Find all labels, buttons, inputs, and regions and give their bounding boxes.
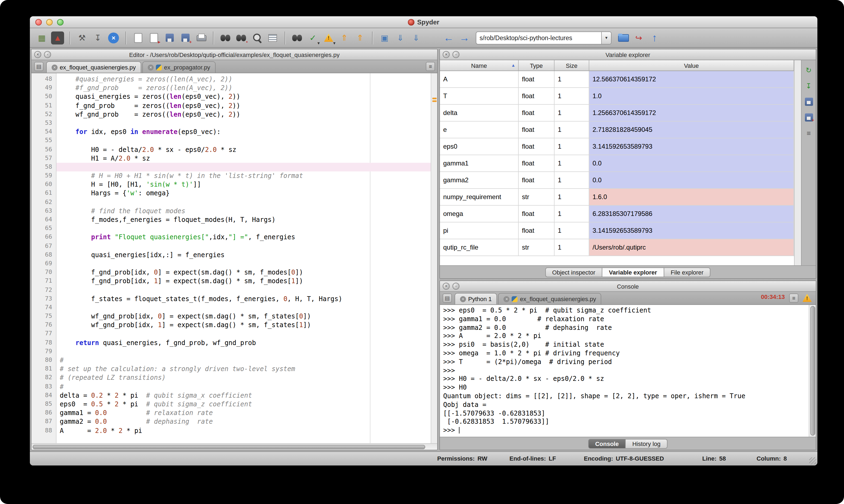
variable-row-pi[interactable]: pifloat13.141592653589793 [440,222,794,239]
line-number: 78 [32,338,52,347]
code-analysis-icon[interactable]: ✓▼ [306,31,320,44]
editor-scrollbar[interactable] [431,73,437,443]
todo-list-icon[interactable]: ▼ [322,31,335,44]
scrollbar-thumb[interactable] [33,445,425,449]
tab-close-icon[interactable]: × [52,64,57,70]
editor-tab-ex-floquet-quasienergies-py[interactable]: ×ex_floquet_quasienergies.py [46,61,141,73]
save-icon[interactable] [163,31,176,44]
line-number: 69 [32,259,52,268]
goto-line-icon[interactable] [266,31,279,44]
icon-badge: ▸ [158,39,160,44]
tab-variable-explorer[interactable]: Variable explorer [602,267,664,277]
column-header-size[interactable]: Size [554,60,589,71]
save-all-icon[interactable]: + [179,31,192,44]
console-file-switcher-icon[interactable]: ▤ [443,293,452,303]
variable-row-e[interactable]: efloat12.718281828459045 [440,122,794,138]
variable-explorer-undock-icon[interactable]: ◦ [452,51,460,58]
variable-save-as-icon[interactable]: + [803,112,814,123]
console-undock-icon[interactable]: ◦ [452,283,460,290]
find-icon[interactable] [219,31,232,44]
console-tab-python-1[interactable]: ×Python 1 [454,293,497,304]
variable-save-icon[interactable] [803,96,814,107]
search-text-icon[interactable] [251,31,263,44]
variable-row-gamma1[interactable]: gamma1float10.0 [440,155,794,172]
run-selection-icon[interactable]: ⇑ [354,31,367,44]
code-line-77 [56,329,431,338]
tab-close-icon[interactable]: × [460,296,466,302]
variable-refresh-icon[interactable]: ↻ [803,65,814,75]
minimize-window-button[interactable] [46,19,53,25]
editor-close-pane-icon[interactable]: × [34,51,41,58]
tab-label: ex_propagator.py [164,64,210,71]
back-icon[interactable]: ← [442,31,455,44]
tab-close-icon[interactable]: × [148,64,154,70]
editor-tab-list-icon[interactable]: ≡ [426,62,435,71]
variable-explorer-pane: × ◦ Variable explorer Name▲TypeSizeValue… [440,49,816,279]
preferences-icon[interactable]: × [108,32,119,43]
variable-row-qutip-rc-file[interactable]: qutip_rc_filestr1/Users/rob/.qutiprc [440,239,794,256]
variable-row-numpy-requirement[interactable]: numpy_requirementstr11.6.0 [440,189,794,205]
editor-tab-ex-propagator-py[interactable]: ×ex_propagator.py [142,61,216,73]
console-close-pane-icon[interactable]: × [443,283,450,290]
console-output[interactable]: >>> eps0 = 0.5 * 2 * pi # qubit sigma_z … [440,305,809,437]
forward-icon[interactable]: → [458,31,471,44]
window-layout-icon[interactable]: ▦ [35,31,48,44]
column-header-name[interactable]: Name▲ [440,60,519,71]
new-console-icon[interactable]: ▣ [378,31,391,44]
tab-close-icon[interactable]: × [504,296,510,302]
variable-row-eps0[interactable]: eps0float13.141592653589793 [440,138,794,155]
console-tab-list-icon[interactable]: ≡ [789,293,798,303]
column-header-type[interactable]: Type [519,60,554,71]
open-file-icon[interactable]: ▸ [147,31,160,44]
set-console-directory-icon[interactable]: ↪ [632,31,645,44]
scrollbar-thumb[interactable] [810,306,815,436]
tools-icon[interactable]: ⚒ [75,31,88,44]
editor-code-area[interactable]: #quasi_energies = zeros((len(A_vec), 2))… [56,73,431,443]
titlebar[interactable]: Spyder [30,16,817,28]
editor-horizontal-scrollbar[interactable] [32,443,437,450]
variable-options-icon[interactable]: ≡ [803,127,814,138]
run-icon[interactable]: ⇑ [338,31,351,44]
code-line-86: gamma1 = 0.0 # relaxation rate [56,409,431,417]
import-data-icon[interactable]: ↧ [91,31,104,44]
tab-history-log[interactable]: History log [626,439,668,448]
editor-undock-icon[interactable]: ◦ [44,51,51,58]
editor-file-switcher-icon[interactable]: ▤ [34,62,44,71]
variable-explorer-close-pane-icon[interactable]: × [443,51,450,58]
browse-working-directory-icon[interactable] [617,31,630,44]
code-line-83: # [56,382,431,391]
parent-directory-icon[interactable]: ↑ [648,31,661,44]
print-icon[interactable] [194,31,207,44]
zoom-window-button[interactable] [57,19,64,25]
variable-import-icon[interactable]: ↧ [803,80,814,91]
combobox-dropdown-icon[interactable]: ▼ [601,32,611,44]
tab-file-explorer[interactable]: File explorer [664,267,711,277]
variable-row-gamma2[interactable]: gamma2float10.0 [440,172,794,189]
column-header-value[interactable]: Value [589,60,794,71]
variable-value: 3.141592653589793 [589,138,794,155]
window-layout-alt-icon[interactable]: ▲ [51,31,64,44]
find-replace-icon[interactable]: • [235,31,248,44]
console-warning-icon[interactable] [802,292,812,303]
code-line-74 [56,303,431,312]
close-window-button[interactable] [35,19,42,25]
variable-explorer-scrollbar[interactable] [794,60,801,265]
tab-object-inspector[interactable]: Object inspector [545,267,602,277]
variable-row-delta[interactable]: deltafloat11.2566370614359172 [440,105,794,122]
variable-row-t[interactable]: Tfloat11.0 [440,88,794,105]
line-number: 82 [32,374,52,382]
working-directory-combobox[interactable]: s/rob/Desktop/sci-python-lectures▼ [476,31,612,44]
column-header-label: Type [530,62,543,69]
tab-console[interactable]: Console [588,439,626,448]
step-into-icon[interactable]: ⇓ [394,31,407,44]
console-tab-ex-floquet-quasienergies-py[interactable]: ×ex_floquet_quasienergies.py [498,293,602,304]
console-wrap: >>> eps0 = 0.5 * 2 * pi # qubit sigma_z … [440,305,816,437]
new-file-icon[interactable] [132,31,144,44]
resize-grip[interactable] [809,457,816,464]
variable-row-a[interactable]: Afloat112.566370614359172 [440,71,794,88]
variable-row-omega[interactable]: omegafloat16.283185307179586 [440,205,794,222]
line-number: 81 [32,364,52,373]
find-in-files-icon[interactable] [291,31,304,44]
step-return-icon[interactable]: ⇓ [410,31,423,44]
console-scrollbar[interactable] [809,305,816,437]
